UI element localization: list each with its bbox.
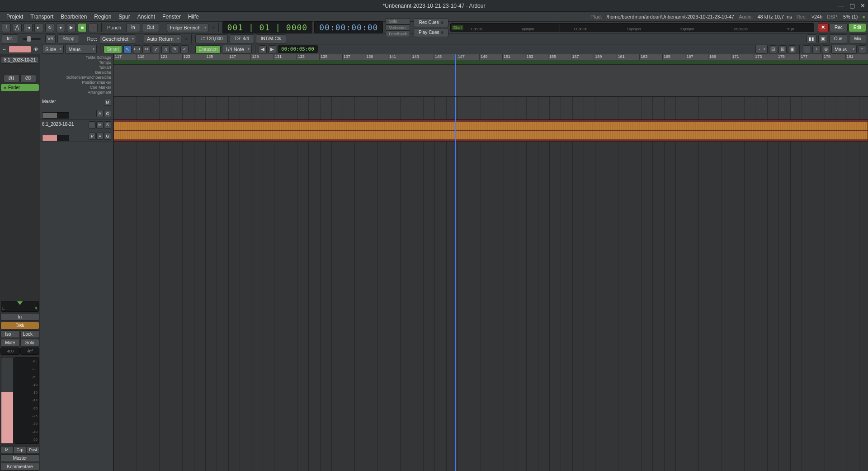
zoom-preset-dropdown[interactable]: Maus bbox=[831, 45, 857, 54]
secondary-clock[interactable]: 00:00:00:00 bbox=[314, 21, 383, 33]
varispeed-button[interactable]: VS bbox=[45, 34, 56, 43]
menu-fenster[interactable]: Fenster bbox=[159, 13, 184, 21]
stop-button[interactable]: ■ bbox=[78, 23, 87, 32]
nudge-back-button[interactable]: ◀ bbox=[259, 45, 267, 53]
rec-enable-button[interactable]: ● bbox=[89, 23, 98, 32]
meter-point-post[interactable]: Post bbox=[27, 446, 39, 453]
audio-track-header[interactable]: 8.1_2023-10-21 M S P A G bbox=[40, 119, 113, 142]
lock-button[interactable]: Lock ● bbox=[20, 330, 40, 338]
track-playlist[interactable]: P bbox=[89, 133, 96, 140]
zoom-out-button[interactable]: ⊟ bbox=[769, 45, 777, 53]
master-track-header[interactable]: Master M A G bbox=[40, 97, 113, 119]
track-group[interactable]: G bbox=[104, 133, 111, 140]
record-button[interactable]: ● bbox=[56, 23, 65, 32]
rec-cues-button[interactable]: Rec Cues bbox=[414, 18, 449, 27]
master-group[interactable]: G bbox=[104, 110, 111, 117]
nudge-clock[interactable]: 00:00:05:00 bbox=[278, 45, 318, 53]
object-tool-button[interactable]: ↖ bbox=[123, 45, 132, 53]
width-icon[interactable]: ↔ bbox=[1, 47, 8, 52]
fader-processor[interactable]: Fader bbox=[1, 84, 39, 91]
sync-source[interactable]: INT/M-Clk bbox=[256, 34, 286, 43]
menu-spur[interactable]: Spur bbox=[115, 13, 133, 21]
snap-button[interactable]: Einrasten bbox=[195, 45, 221, 53]
canvas[interactable] bbox=[113, 97, 868, 471]
grid-dropdown[interactable]: 1/4 Note bbox=[222, 45, 252, 54]
comments-button[interactable]: Kommentare bbox=[0, 463, 39, 471]
cut-tool-button[interactable]: ✂ bbox=[142, 45, 151, 53]
track-solo[interactable]: S bbox=[104, 121, 111, 128]
master-fader[interactable] bbox=[42, 112, 69, 119]
draw-tool-button[interactable]: ✎ bbox=[171, 45, 179, 53]
play-cues-button[interactable]: Play Cues bbox=[414, 28, 449, 37]
midi-panic-button[interactable]: ! bbox=[2, 23, 11, 32]
audition-tool-button[interactable]: ♫ bbox=[161, 45, 170, 53]
script-button-2[interactable]: ▣ bbox=[818, 34, 827, 43]
edit-tool-button[interactable]: ✓ bbox=[180, 45, 189, 53]
feedback-indicator[interactable]: Feedback bbox=[386, 31, 410, 37]
goto-end-button[interactable]: ▸| bbox=[34, 23, 43, 32]
mini-timeline[interactable]: Start 1|00|006|00|0011|00|0016|00|0021|0… bbox=[450, 23, 814, 32]
stop-label-button[interactable]: Stopp bbox=[57, 34, 79, 43]
recmode-dropdown[interactable]: Geschichtet bbox=[99, 34, 136, 43]
nudge-fwd-button[interactable]: ▶ bbox=[268, 45, 276, 53]
auto-return-dropdown[interactable]: Auto Return bbox=[144, 34, 181, 43]
iso-button[interactable]: Iso ● bbox=[0, 330, 20, 338]
master-automation[interactable]: A bbox=[96, 110, 104, 117]
meter-point-m[interactable]: M bbox=[0, 446, 13, 453]
track-mute[interactable]: M bbox=[96, 121, 104, 128]
timesig-display[interactable]: TS: 4/4 bbox=[230, 34, 254, 43]
zoom-in-button[interactable]: ⊞ bbox=[778, 45, 787, 53]
monitor-in-button[interactable]: In bbox=[0, 313, 39, 321]
menu-bearbeiten[interactable]: Bearbeiten bbox=[57, 13, 90, 21]
list-toggle-button[interactable]: ≡ bbox=[858, 45, 866, 53]
peak-value[interactable]: -inf bbox=[20, 347, 40, 355]
punch-out-button[interactable]: Out bbox=[142, 23, 159, 32]
master-mute[interactable]: M bbox=[104, 99, 111, 106]
tempo-display[interactable]: ♩= 120,000 bbox=[195, 34, 228, 43]
rec-page-button[interactable]: Rec bbox=[830, 23, 848, 32]
menu-transport[interactable]: Transport bbox=[27, 13, 57, 21]
edit-page-button[interactable]: Edit bbox=[849, 23, 866, 32]
shuttle-slider[interactable] bbox=[23, 38, 41, 40]
track-shrink-button[interactable]: − bbox=[803, 45, 811, 53]
play-button[interactable]: ▶ bbox=[67, 23, 76, 32]
strip-track-name[interactable]: 8.1_2023-10-21 bbox=[1, 56, 39, 64]
mute-button[interactable]: Mute bbox=[0, 339, 20, 347]
close-icon[interactable]: ✕ bbox=[860, 2, 865, 9]
phase-1-button[interactable]: Ø1 bbox=[4, 75, 19, 82]
xrun-indicator-icon[interactable]: ● bbox=[862, 14, 865, 19]
menu-projekt[interactable]: Projekt bbox=[3, 13, 27, 21]
audio-region[interactable] bbox=[113, 119, 868, 142]
zoom-fit-button[interactable]: ▣ bbox=[788, 45, 796, 53]
goto-start-button[interactable]: |◂ bbox=[24, 23, 33, 32]
script-button-1[interactable]: ▮▮ bbox=[807, 34, 816, 43]
track-rec[interactable] bbox=[89, 121, 96, 128]
metronome-button[interactable] bbox=[13, 23, 22, 32]
edit-mode-dropdown[interactable]: Slide bbox=[42, 45, 64, 54]
menu-hilfe[interactable]: Hilfe bbox=[184, 13, 203, 21]
playhead-line-icon[interactable] bbox=[455, 97, 456, 471]
visibility-icon[interactable]: 👁 bbox=[32, 47, 39, 52]
gain-fader[interactable] bbox=[1, 357, 14, 444]
track-fader[interactable] bbox=[42, 135, 69, 141]
track-fit-button[interactable]: ⊕ bbox=[822, 45, 830, 53]
solo-button[interactable]: Solo bbox=[20, 339, 40, 347]
ruler-area[interactable]: 1171191211231251271291311331351371391411… bbox=[113, 54, 868, 97]
punch-in-button[interactable]: In bbox=[126, 23, 140, 32]
stretch-tool-button[interactable]: ⤢ bbox=[152, 45, 160, 53]
zoom-focus-dropdown[interactable]: · bbox=[755, 45, 768, 54]
minimize-icon[interactable]: — bbox=[838, 2, 844, 9]
mix-page-button[interactable]: Mix bbox=[849, 34, 866, 43]
group-button[interactable]: Grp bbox=[14, 446, 26, 453]
error-log-button[interactable]: ✕ bbox=[818, 23, 829, 32]
phase-2-button[interactable]: Ø2 bbox=[20, 75, 36, 82]
menu-ansicht[interactable]: Ansicht bbox=[134, 13, 159, 21]
follow-range-dropdown[interactable]: Folge Bereich bbox=[167, 23, 208, 32]
track-automation[interactable]: A bbox=[96, 133, 104, 140]
monitor-disk-button[interactable]: Disk bbox=[0, 322, 39, 329]
playhead-icon[interactable] bbox=[455, 54, 456, 96]
panner[interactable]: L R bbox=[1, 301, 39, 312]
track-color-swatch[interactable] bbox=[9, 46, 31, 53]
output-routing[interactable]: Master bbox=[0, 454, 39, 462]
menu-region[interactable]: Region bbox=[90, 13, 115, 21]
